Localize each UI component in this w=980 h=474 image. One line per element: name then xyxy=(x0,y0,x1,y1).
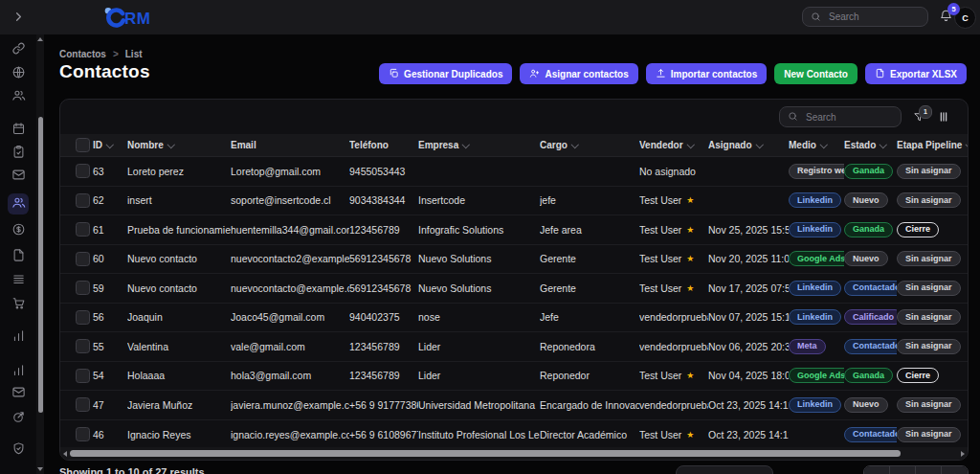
sidebar-item-sales[interactable] xyxy=(8,220,29,241)
cell-asignado: Nov 17, 2025 07:51 xyxy=(708,282,789,294)
column-label: Etapa Pipeline xyxy=(897,140,962,150)
cell-vendedor: vendedorprueba xyxy=(639,341,708,352)
star-icon: ★ xyxy=(686,195,694,205)
cell-nombre: Holaaaa xyxy=(127,370,231,381)
table-row[interactable]: 56JoaquinJoaco45@gmail.com940402375noseJ… xyxy=(60,304,968,333)
sidebar-item-security[interactable] xyxy=(8,440,29,461)
app-root: RM 5 C Contactos > List Contactos Gestio… xyxy=(0,0,980,474)
table-row[interactable]: 59Nuevo contactonuevocontacto@example.co… xyxy=(60,274,968,304)
per-page-select[interactable]: Per page 10 xyxy=(676,465,773,474)
table-row[interactable]: 54Holaaaahola3@gmail.com123456789LiderRe… xyxy=(60,362,968,392)
sidebar-item-campaigns[interactable] xyxy=(8,408,29,429)
table-search-input[interactable] xyxy=(804,111,893,124)
asignar-contactos-button[interactable]: Asignar contactos xyxy=(520,63,637,84)
sidebar-item-contacts[interactable] xyxy=(8,193,29,214)
cell-email: Loretop@gmail.com xyxy=(231,166,349,177)
sidebar-item-email-campaigns[interactable] xyxy=(8,383,29,404)
cell-asignado: Nov 07, 2025 15:18 xyxy=(708,311,789,323)
search-icon xyxy=(788,108,798,125)
row-checkbox[interactable] xyxy=(76,369,90,383)
row-checkbox[interactable] xyxy=(76,339,90,353)
row-checkbox[interactable] xyxy=(76,281,90,295)
table-row[interactable]: 47Javiera Muñozjaviera.munoz@example.com… xyxy=(60,391,968,420)
filter-button[interactable]: 1 xyxy=(913,111,925,124)
column-header-id[interactable]: ID xyxy=(93,140,127,150)
cell-nombre: Javiera Muñoz xyxy=(127,399,231,411)
column-header-medio[interactable]: Medio xyxy=(789,140,844,150)
row-checkbox[interactable] xyxy=(76,193,90,208)
row-checkbox[interactable] xyxy=(76,427,90,441)
pagination: 123 xyxy=(863,465,969,474)
cell-estado: Ganada xyxy=(844,164,897,179)
column-header-etapa-pipeline[interactable]: Etapa Pipeline xyxy=(897,140,968,150)
table-row[interactable]: 62insertsoporte@insertcode.cl9034384344I… xyxy=(60,187,968,216)
table-row[interactable]: 61Prueba de funcionamientohuentemilla344… xyxy=(60,215,968,245)
column-header-email: Email xyxy=(231,140,349,150)
app-logo[interactable]: RM xyxy=(101,6,150,32)
sidebar-item-link[interactable] xyxy=(8,39,29,60)
sidebar-item-inbox[interactable] xyxy=(8,166,29,187)
sidebar-item-lists[interactable] xyxy=(8,270,29,291)
page-actions: Gestionar DuplicadosAsignar contactosImp… xyxy=(379,63,967,84)
cell-asignado: Oct 23, 2025 14:12 xyxy=(708,399,789,411)
importar-contactos-button[interactable]: Importar contactos xyxy=(646,63,768,84)
select-all-checkbox[interactable] xyxy=(76,138,90,152)
column-header-nombre[interactable]: Nombre xyxy=(127,140,231,150)
scroll-left-arrow-icon[interactable] xyxy=(63,451,67,457)
page-button-3[interactable]: 3 xyxy=(916,466,942,474)
global-search-input[interactable] xyxy=(827,11,920,23)
cell-telefono: 9455053443 xyxy=(349,166,418,177)
sidebar-scrollbar-thumb[interactable] xyxy=(38,117,43,413)
sidebar-item-calendar[interactable] xyxy=(8,120,29,141)
scroll-up-arrow-icon[interactable] xyxy=(37,37,43,41)
star-icon: ★ xyxy=(686,254,694,263)
sidebar-item-analytics[interactable] xyxy=(8,361,29,382)
etapa-pipeline-badge: Sin asignar xyxy=(897,251,961,266)
column-header-asignado[interactable]: Asignado xyxy=(708,140,789,150)
sidebar-item-documents[interactable] xyxy=(8,246,29,267)
table-row[interactable]: 46Ignacio Reyesignacio.reyes@example.com… xyxy=(60,420,968,450)
cell-asignado: Nov 06, 2025 20:37 xyxy=(708,341,789,352)
sidebar-item-reports[interactable] xyxy=(8,327,29,348)
next-page-button[interactable] xyxy=(942,466,968,474)
cell-estado: Contactado xyxy=(844,281,897,296)
breadcrumb-item-list: List xyxy=(125,49,143,59)
breadcrumb-item-contactos[interactable]: Contactos xyxy=(59,49,106,59)
scroll-down-arrow-icon[interactable] xyxy=(37,467,43,471)
copy-icon xyxy=(389,68,399,80)
row-checkbox[interactable] xyxy=(76,164,90,178)
dollar-icon xyxy=(11,222,26,240)
vendedor-name: Test User xyxy=(639,370,681,381)
exportar-xlsx-button[interactable]: Exportar XLSX xyxy=(865,63,967,84)
cell-etapa: Sin asignar xyxy=(897,397,968,413)
horizontal-scrollbar-thumb[interactable] xyxy=(70,450,901,457)
scroll-right-arrow-icon[interactable] xyxy=(961,451,965,457)
column-header-cargo[interactable]: Cargo xyxy=(540,140,639,150)
button-label: Gestionar Duplicados xyxy=(404,69,502,79)
table-row[interactable]: 60Nuevo contactonuevocontacto2@example.c… xyxy=(60,245,968,275)
row-select-cell xyxy=(60,222,93,237)
column-header-empresa[interactable]: Empresa xyxy=(418,140,540,150)
globe-icon xyxy=(11,65,26,83)
columns-button[interactable] xyxy=(937,110,950,124)
cell-nombre: Joaquin xyxy=(127,311,231,323)
page-button-2[interactable]: 2 xyxy=(890,466,916,474)
table-row[interactable]: 55Valentinavale@gmail.com123456789LiderR… xyxy=(60,332,968,362)
table-row[interactable]: 63Loreto perezLoretop@gmail.com945505344… xyxy=(60,157,968,187)
sidebar-item-orders[interactable] xyxy=(8,294,29,315)
gestionar-duplicados-button[interactable]: Gestionar Duplicados xyxy=(379,63,512,84)
row-checkbox[interactable] xyxy=(76,397,90,412)
column-header-vendedor[interactable]: Vendedor xyxy=(639,140,708,150)
page-button-1[interactable]: 1 xyxy=(864,466,890,474)
row-checkbox[interactable] xyxy=(76,252,90,266)
sidebar-item-tasks[interactable] xyxy=(8,143,29,164)
page-title: Contactos xyxy=(59,61,150,82)
sidebar-toggle-button[interactable] xyxy=(11,10,27,25)
cell-etapa: Sin asignar xyxy=(897,339,968,354)
new-contacto-button[interactable]: New Contacto xyxy=(774,63,858,84)
row-checkbox[interactable] xyxy=(76,310,90,325)
column-header-estado[interactable]: Estado xyxy=(844,140,897,150)
sidebar-item-web[interactable] xyxy=(8,63,29,84)
row-checkbox[interactable] xyxy=(76,222,90,237)
sidebar-item-clients[interactable] xyxy=(8,86,29,107)
